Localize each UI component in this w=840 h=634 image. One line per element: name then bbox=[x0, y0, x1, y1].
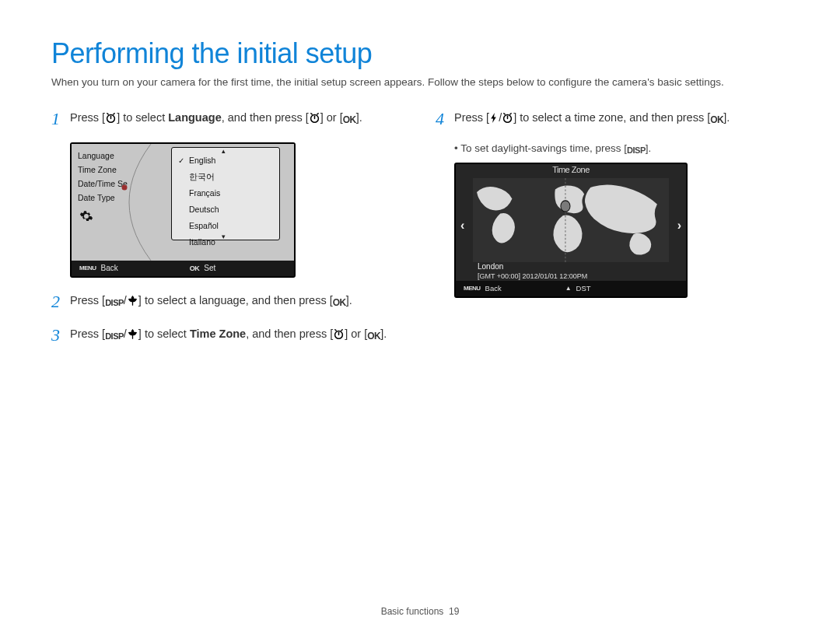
ok-icon: OK bbox=[343, 113, 356, 128]
chevron-down-icon: ▾ bbox=[222, 233, 226, 240]
flash-icon bbox=[489, 112, 499, 124]
bar-dst-label: DST bbox=[576, 284, 591, 292]
chevron-left-icon: ‹ bbox=[460, 219, 464, 233]
ok-icon: OK bbox=[190, 264, 200, 272]
lang-option-german: Deutsch bbox=[172, 201, 279, 218]
bar-back-label: Back bbox=[485, 284, 502, 292]
bar-set-label: Set bbox=[204, 264, 215, 272]
menu-item-datetype: Date Type bbox=[78, 191, 128, 205]
lang-option-spanish: Español bbox=[172, 218, 279, 234]
language-dropdown: ▴ English 한국어 Français Deutsch Español I… bbox=[171, 147, 280, 240]
lcd-language-screen: Language Time Zone Date/Time Se Date Typ… bbox=[70, 142, 296, 278]
right-column: 4 Press [/] to select a time zone, and t… bbox=[436, 109, 789, 359]
step-number: 4 bbox=[436, 109, 454, 128]
step-4-sub: To set daylight-savings time, press [DIS… bbox=[454, 142, 789, 155]
lcd-timezone-screen: Time Zone ‹ › bbox=[454, 163, 688, 298]
world-map-icon bbox=[473, 178, 669, 262]
menu-item-datetime: Date/Time Se bbox=[78, 177, 128, 191]
step-2: 2 Press [DISP/] to select a language, an… bbox=[51, 292, 404, 311]
timer-icon bbox=[105, 112, 117, 124]
chevron-right-icon: › bbox=[677, 219, 681, 233]
timer-icon bbox=[502, 112, 513, 124]
tz-title: Time Zone bbox=[454, 165, 688, 174]
ok-icon: OK bbox=[710, 113, 723, 128]
macro-icon bbox=[127, 328, 138, 340]
menu-item-language: Language bbox=[78, 149, 128, 163]
menu-icon: MENU bbox=[79, 264, 96, 271]
macro-icon bbox=[127, 295, 138, 306]
step-3: 3 Press [DISP/] to select Time Zone, and… bbox=[51, 325, 404, 345]
svg-point-7 bbox=[561, 201, 570, 212]
tz-city: London bbox=[478, 262, 503, 271]
lang-option-korean: 한국어 bbox=[172, 169, 279, 185]
bar-back-label: Back bbox=[101, 264, 118, 272]
lang-option-french: Français bbox=[172, 185, 279, 201]
disp-icon: DISP bbox=[627, 145, 646, 155]
timer-icon bbox=[309, 112, 320, 124]
lang-option-italian: Italiano bbox=[172, 234, 279, 250]
page-title: Performing the initial setup bbox=[51, 37, 789, 70]
step-number: 3 bbox=[51, 325, 70, 345]
left-column: 1 Press [] to select Language, and then … bbox=[51, 109, 404, 359]
disp-icon: DISP bbox=[105, 330, 124, 343]
menu-icon: MENU bbox=[464, 285, 481, 292]
tz-gmt: [GMT +00:00] 2012/01/01 12:00PM bbox=[478, 272, 587, 280]
ok-icon: OK bbox=[333, 296, 346, 310]
intro-text: When you turn on your camera for the fir… bbox=[51, 75, 789, 90]
step-number: 1 bbox=[51, 109, 70, 128]
lang-option-english: English bbox=[172, 152, 279, 169]
gear-icon bbox=[79, 209, 93, 223]
triangle-up-icon: ▲ bbox=[565, 285, 572, 292]
menu-item-timezone: Time Zone bbox=[78, 163, 128, 177]
disp-icon: DISP bbox=[105, 296, 124, 310]
step-1: 1 Press [] to select Language, and then … bbox=[51, 109, 404, 128]
step-number: 2 bbox=[51, 292, 70, 311]
page-footer: Basic functions 19 bbox=[0, 606, 840, 617]
timer-icon bbox=[333, 328, 345, 340]
step-4: 4 Press [/] to select a time zone, and t… bbox=[436, 109, 789, 128]
ok-icon: OK bbox=[367, 329, 380, 344]
